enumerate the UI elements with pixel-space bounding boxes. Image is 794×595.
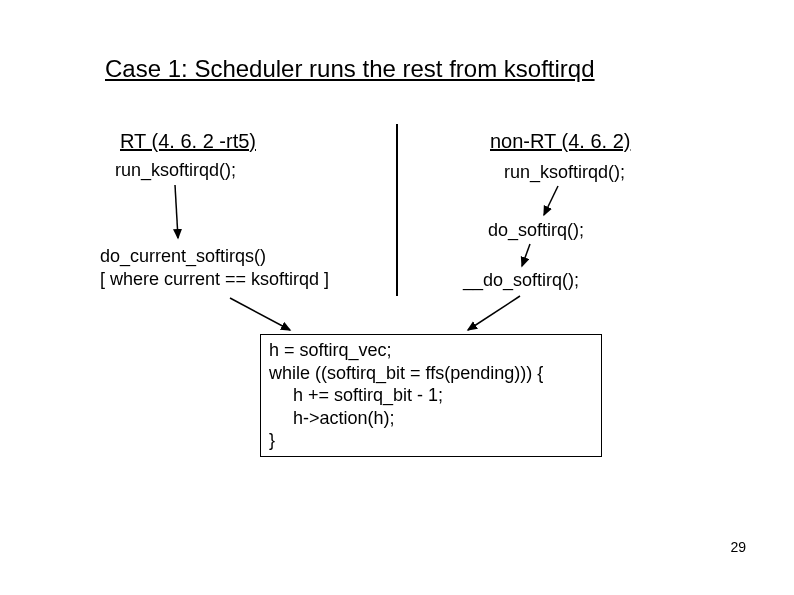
code-line-4: h->action(h);	[269, 407, 593, 430]
svg-line-5	[468, 296, 520, 330]
nonrt-do-softirq: do_softirq();	[488, 220, 584, 241]
rt-do-current-softirqs: do_current_softirqs() [ where current ==…	[100, 245, 329, 290]
arrows-layer	[0, 0, 794, 595]
rt-call2-line2: [ where current == ksoftirqd ]	[100, 268, 329, 291]
svg-line-4	[230, 298, 290, 330]
code-line-5: }	[269, 429, 593, 452]
svg-line-2	[544, 186, 558, 215]
rt-run-ksoftirqd: run_ksoftirqd();	[115, 160, 236, 181]
svg-line-1	[175, 185, 178, 238]
rt-heading: RT (4. 6. 2 -rt5)	[120, 130, 256, 153]
rt-call2-line1: do_current_softirqs()	[100, 246, 266, 266]
vertical-divider	[396, 124, 398, 296]
nonrt-run-ksoftirqd: run_ksoftirqd();	[504, 162, 625, 183]
slide-title: Case 1: Scheduler runs the rest from kso…	[105, 55, 595, 83]
nonrt-do-softirq-internal: __do_softirq();	[463, 270, 579, 291]
svg-line-3	[522, 244, 530, 266]
code-line-3: h += softirq_bit - 1;	[269, 384, 593, 407]
page-number: 29	[730, 539, 746, 555]
code-line-1: h = softirq_vec;	[269, 339, 593, 362]
code-line-2: while ((softirq_bit = ffs(pending))) {	[269, 362, 593, 385]
code-box: h = softirq_vec; while ((softirq_bit = f…	[260, 334, 602, 457]
nonrt-heading: non-RT (4. 6. 2)	[490, 130, 630, 153]
